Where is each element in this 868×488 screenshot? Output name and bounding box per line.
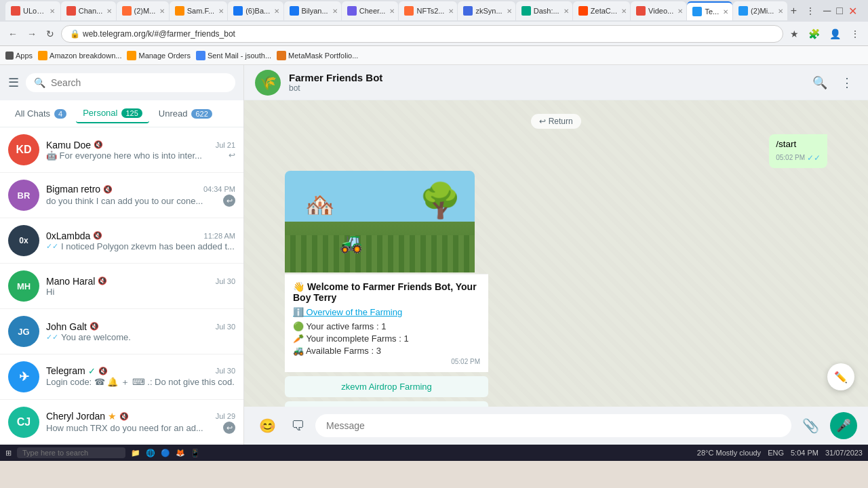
chat-name: John Galt 🔇 (46, 321, 99, 332)
search-chat-button[interactable]: 🔍 (808, 71, 831, 94)
chat-item-telegram[interactable]: ✈ Telegram ✓ 🔇 Jul 30 Login code: ☎ 🔔 ＋ … (0, 354, 243, 400)
extensions-button[interactable]: 🧩 (806, 26, 823, 42)
search-input[interactable] (51, 77, 227, 88)
tree-icon: 🌳 (419, 181, 461, 220)
zkevm-airdrop-button[interactable]: zkevm Airdrop Farming (285, 376, 488, 397)
tab-video[interactable]: Video... ✕ (631, 1, 686, 20)
app-icon[interactable]: 📱 (191, 449, 200, 458)
chat-item-mano-haral[interactable]: MH Mano Haral 🔇 Jul 30 Hi (0, 264, 243, 309)
tab-nfts[interactable]: NFTs2... ✕ (399, 1, 457, 20)
firefox-icon[interactable]: 🦊 (176, 449, 185, 458)
avatar: 0x (8, 225, 39, 256)
tab-bilyan[interactable]: Bilyan... ✕ (284, 1, 341, 20)
avatar: MH (8, 270, 39, 302)
address-bar[interactable]: 🔒 web.telegram.org/k/#@farmer_friends_bo… (61, 25, 783, 43)
attach-button[interactable]: 📎 (798, 413, 823, 438)
close-button[interactable]: ✕ (848, 5, 857, 18)
more-options-button[interactable]: ⋮ (837, 71, 857, 94)
tab-list-button[interactable]: ⋮ (800, 3, 821, 19)
profile-button[interactable]: 👤 (827, 26, 844, 42)
tab-cheer[interactable]: Cheer... ✕ (342, 1, 399, 20)
chat-header-actions: 🔍 ⋮ (808, 71, 857, 94)
tab-m2[interactable]: (2)M... ✕ (117, 1, 169, 20)
clock-date: 31/07/2023 (825, 449, 863, 457)
chat-info: Kamu Doe 🔇 Jul 21 🤖 For everyone here wh… (46, 140, 235, 161)
filter-tab-all-chats[interactable]: All Chats 4 (8, 104, 73, 123)
double-tick-icon: ✓✓ (46, 333, 58, 342)
maximize-button[interactable]: □ (836, 5, 843, 18)
new-message-icon: ✏️ (834, 371, 848, 384)
start-farming-button[interactable]: Start Farming (285, 401, 488, 407)
chat-time: 11:28 AM (204, 232, 235, 240)
chat-name: Bigman retro 🔇 (46, 184, 113, 195)
tab-telegram-active[interactable]: Te... ✕ (687, 1, 732, 20)
search-box[interactable]: 🔍 (26, 73, 235, 92)
tab-sam[interactable]: Sam.F... ✕ (170, 1, 227, 20)
filter-tab-unread[interactable]: Unread 622 (152, 104, 219, 123)
chat-preview: do you think I can add you to our cone..… (46, 195, 235, 207)
chat-time: Jul 21 (216, 141, 235, 149)
messages-area[interactable]: ↩ Return /start 05:02 PM ✓✓ 🌳 (244, 100, 868, 407)
chat-time: 04:34 PM (203, 185, 235, 193)
taskbar-search[interactable] (17, 447, 125, 458)
avatar: BR (8, 180, 39, 211)
chrome-icon[interactable]: 🔵 (161, 449, 170, 458)
chat-item-bigman-retro[interactable]: BR Bigman retro 🔇 04:34 PM do you think … (0, 173, 243, 218)
tab-chan[interactable]: Chan... ✕ (61, 1, 116, 20)
bookmark-manage-orders[interactable]: Manage Orders (127, 51, 190, 60)
chat-info: Cheryl Jordan ★ 🔇 Jul 29 How much TRX do… (46, 411, 235, 434)
chat-item-john-galt[interactable]: JG John Galt 🔇 Jul 30 ✓✓ You are welcome… (0, 309, 243, 354)
back-button[interactable]: ← (5, 26, 20, 42)
chat-info: Bigman retro 🔇 04:34 PM do you think I c… (46, 184, 235, 207)
new-message-button[interactable]: ✏️ (827, 363, 854, 390)
double-tick-icon: ✓✓ (807, 152, 821, 164)
forward-button[interactable]: → (24, 26, 39, 42)
stat-incomplete-farms: 🥕 Your incomplete Farms : 1 (293, 333, 480, 344)
emoji-button[interactable]: 😊 (255, 413, 280, 438)
tab-zeta[interactable]: ZetaC... ✕ (573, 1, 630, 20)
msg-timestamp: 05:02 PM ✓✓ (776, 152, 821, 164)
chat-header-info: Farmer Friends Bot bot (289, 72, 800, 93)
overview-link[interactable]: ℹ️ Overview of the Farming (293, 307, 480, 317)
reload-button[interactable]: ↻ (43, 26, 57, 42)
mic-icon: 🎤 (836, 418, 851, 433)
tab-zksyn1[interactable]: zkSyn... ✕ (458, 1, 515, 20)
message-input[interactable] (315, 414, 791, 437)
sidebar-menu-icon[interactable]: ☰ (8, 75, 19, 90)
bookmark-amazon[interactable]: Amazon breakdown... (38, 51, 121, 60)
chat-name: Kamu Doe 🔇 (46, 140, 103, 150)
mute-icon: 🔇 (90, 322, 99, 331)
forward-icon: ↩ (229, 150, 235, 160)
tab-dash1[interactable]: Dash:... ✕ (516, 1, 572, 20)
file-explorer-icon[interactable]: 📁 (131, 449, 140, 458)
tab-m2b[interactable]: (2)Mi... ✕ (733, 1, 787, 20)
more-button[interactable]: ⋮ (848, 26, 863, 42)
minimize-button[interactable]: ─ (823, 5, 831, 18)
bookmark-apps[interactable]: Apps (5, 52, 33, 60)
filter-tab-personal[interactable]: Personal 125 (76, 104, 149, 123)
tab-ulog[interactable]: ULog... ✕ (5, 1, 60, 20)
browser-tabs: ULog... ✕ Chan... ✕ (2)M... ✕ Sam.F... ✕… (5, 0, 821, 22)
send-button[interactable]: 🎤 (830, 412, 857, 439)
bookmark-sent-mail[interactable]: Sent Mail - jsouth... (196, 51, 271, 60)
msg-bot-farm-card: 🌳 🏘️ 🚜 👋 Welcome to Farmer Friends Bot, … (285, 171, 827, 407)
tab-6ba[interactable]: (6)Ba... ✕ (228, 1, 283, 20)
msg-timestamp: 05:02 PM (293, 358, 480, 365)
personal-badge: 125 (121, 108, 142, 118)
sticker-button[interactable]: 🗨 (287, 414, 309, 438)
clock-time: 5:04 PM (791, 449, 818, 457)
stat-available-farms: 🚜 Available Farms : 3 (293, 346, 480, 356)
double-tick-icon: ✓✓ (46, 242, 58, 251)
avatar: JG (8, 316, 39, 347)
bookmark-metamask[interactable]: MetaMask Portfolio... (277, 51, 358, 60)
chat-name: Mano Haral 🔇 (46, 276, 107, 287)
all-chats-badge: 4 (54, 109, 66, 119)
mute-icon: 🔇 (119, 412, 129, 421)
chat-item-0xlambda[interactable]: 0x 0xLambda 🔇 11:28 AM ✓✓ I noticed Poly… (0, 218, 243, 264)
bookmarks-button[interactable]: ★ (787, 26, 802, 42)
new-tab-button[interactable]: + (788, 2, 800, 20)
url-text: web.telegram.org/k/#@farmer_friends_bot (83, 29, 235, 39)
chat-item-cheryl-jordan[interactable]: CJ Cheryl Jordan ★ 🔇 Jul 29 How much TRX… (0, 400, 243, 445)
edge-icon[interactable]: 🌐 (146, 449, 155, 458)
chat-item-kamu-doe[interactable]: KD Kamu Doe 🔇 Jul 21 🤖 For everyone here… (0, 127, 243, 173)
